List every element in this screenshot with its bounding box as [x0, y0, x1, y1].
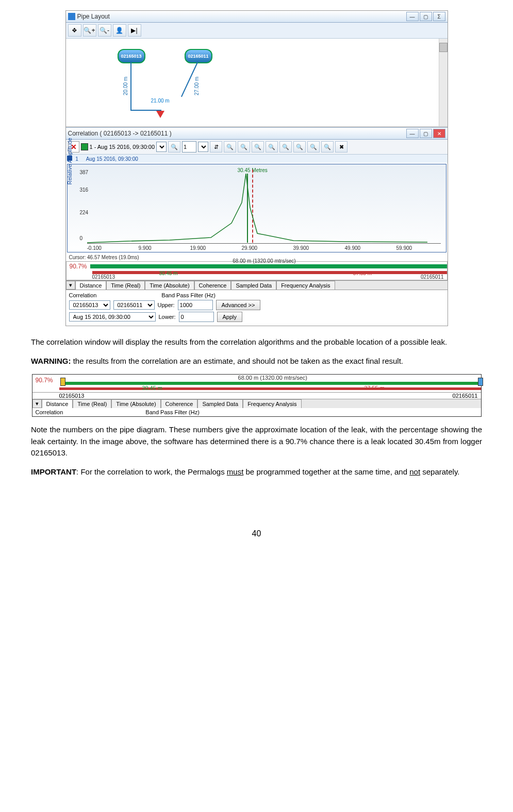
advanced-button[interactable]: Advanced >>: [216, 300, 261, 310]
tool-icon-5[interactable]: ▶|: [128, 24, 141, 37]
leak-marker-icon: [156, 111, 164, 118]
app-icon: [68, 13, 75, 20]
upper-input[interactable]: [178, 300, 213, 310]
len-b-label: 27.00 m: [194, 77, 200, 95]
paragraph-2: Note the numbers on the pipe diagram. Th…: [31, 424, 482, 459]
fig2-seg-a: 30.45 m: [142, 385, 162, 391]
seg-a: 30.45 m: [159, 270, 177, 276]
y-axis-label: Relative Amplitude: [67, 138, 73, 184]
fig2-length: 68.00 m (1320.00 mtrs/sec): [238, 375, 308, 381]
corr-min-button[interactable]: —: [406, 129, 419, 138]
close-button[interactable]: Σ: [433, 12, 445, 21]
count-dropdown[interactable]: [198, 142, 208, 152]
lower-input[interactable]: [179, 312, 214, 322]
tool-icon-1[interactable]: ❖: [68, 24, 81, 37]
waveform: [87, 172, 427, 244]
id-b: 02165011: [421, 274, 444, 280]
maximize-button[interactable]: ▢: [420, 12, 432, 21]
fig2-id-a: 02165013: [59, 393, 131, 399]
warning-paragraph: WARNING: the results from the correlatio…: [31, 356, 482, 367]
seg-b: 37.55 m: [353, 270, 372, 276]
paragraph-1: The correlation window will display the …: [31, 336, 482, 348]
xtick: 39.900: [293, 245, 309, 251]
series-count-input[interactable]: [182, 141, 196, 153]
vertical-scrollbar[interactable]: [439, 39, 448, 126]
tool-ico-b[interactable]: 🔍: [224, 141, 236, 153]
tool-ico-h[interactable]: 🔍: [307, 141, 320, 153]
tool-icon-3[interactable]: 🔍-: [98, 24, 111, 37]
xtick: 9.900: [139, 245, 152, 251]
pipe-canvas: 02165013 02165011 20.00 m 27.00 m 21.00 …: [66, 39, 448, 127]
series-label: 1 - Aug 15 2016, 09:30:00: [90, 144, 155, 150]
lower-label: Lower:: [159, 314, 176, 320]
tool-ico-g[interactable]: 🔍: [293, 141, 306, 153]
fig2-tab-dropdown-icon[interactable]: ▾: [32, 399, 42, 408]
series-color-swatch: [81, 143, 88, 150]
date-select[interactable]: Aug 15 2016, 09:30:00: [69, 312, 156, 322]
fig2-correlation-label: Correlation: [36, 409, 63, 415]
corr-close-button[interactable]: ✕: [433, 129, 445, 138]
tool-icon-4[interactable]: 👤: [113, 24, 126, 37]
filter-panel: Correlation Band Pass Filter (Hz) 021650…: [66, 290, 448, 326]
to-logger-select[interactable]: 02165011: [113, 300, 155, 310]
tool-ico-c[interactable]: 🔍: [238, 141, 250, 153]
fig2-seg-b: 37.55 m: [364, 385, 385, 391]
len-a-label: 20.00 m: [123, 77, 128, 95]
tab-dropdown-icon[interactable]: ▾: [66, 281, 75, 290]
correlation-toolbar: ✕ 1 - Aug 15 2016, 09:30:00 🔍 ⇵ 🔍 🔍 🔍 🔍 …: [66, 140, 448, 155]
magnify-icon[interactable]: 🔍: [168, 141, 180, 153]
fig2-bpf-label: Band Pass Filter (Hz): [145, 409, 200, 415]
minimize-button[interactable]: —: [406, 12, 419, 21]
fig2-tab-time-real[interactable]: Time (Real): [73, 399, 111, 408]
tab-coherence[interactable]: Coherence: [194, 281, 231, 290]
pipe-toolbar: ❖ 🔍+ 🔍- 👤 ▶|: [66, 23, 448, 39]
mid-label: 21.00 m: [151, 98, 170, 104]
upper-label: Upper:: [158, 302, 175, 308]
xtick: 19.900: [190, 245, 206, 251]
tool-ico-f[interactable]: 🔍: [279, 141, 292, 153]
fig2-id-b: 02165011: [453, 393, 481, 399]
fig2-tab-distance[interactable]: Distance: [42, 399, 73, 408]
titlebar-correlation: Correlation ( 02165013 -> 02165011 ) — ▢…: [66, 127, 448, 140]
pipe-length-label: 68.00 m (1320.00 mtrs/sec): [233, 258, 295, 264]
correlation-chart: Relative Amplitude 387 316 224 0 -0.100 …: [67, 164, 446, 252]
window-title: Pipe Layout: [77, 13, 110, 20]
bandpass-title: Band Pass Filter (Hz): [161, 292, 216, 298]
tab-time-real[interactable]: Time (Real): [106, 281, 145, 290]
important-label: IMPORTANT: [31, 467, 76, 476]
fig2-tab-time-abs[interactable]: Time (Absolute): [111, 399, 160, 408]
xtick: 59.900: [396, 245, 412, 251]
node-a[interactable]: 02165013: [118, 49, 145, 63]
xtick: 49.900: [345, 245, 361, 251]
pipe-diagram-figure: 90.7% 68.00 m (1320.00 mtrs/sec) 30.45 m…: [32, 374, 482, 417]
fig2-tab-sampled[interactable]: Sampled Data: [197, 399, 243, 408]
important-paragraph: IMPORTANT: For the correlation to work, …: [31, 466, 482, 478]
tab-distance[interactable]: Distance: [75, 281, 107, 290]
tool-icon-2[interactable]: 🔍+: [83, 24, 96, 37]
tool-ico-i[interactable]: 🔍: [321, 141, 334, 153]
series-dropdown[interactable]: [156, 142, 167, 152]
correlation-title: Correlation ( 02165013 -> 02165011 ): [68, 130, 172, 137]
chart-series-num: 1: [75, 156, 78, 162]
corr-max-button[interactable]: ▢: [420, 129, 432, 138]
tab-freq[interactable]: Frequency Analysis: [276, 281, 335, 290]
tab-sampled[interactable]: Sampled Data: [231, 281, 276, 290]
tab-time-abs[interactable]: Time (Absolute): [145, 281, 194, 290]
apply-button[interactable]: Apply: [217, 312, 243, 322]
pipe-diagram: 90.7% 68.00 m (1320.00 mtrs/sec) 30.45 m…: [66, 261, 448, 280]
from-logger-select[interactable]: 02165013: [69, 300, 110, 310]
xtick: -0.100: [87, 245, 102, 251]
pipe-layout-window: Pipe Layout — ▢ Σ ❖ 🔍+ 🔍- 👤 ▶| 02165013 …: [65, 10, 448, 326]
fig2-tab-coherence[interactable]: Coherence: [161, 399, 198, 408]
tool-ico-d[interactable]: 🔍: [252, 141, 264, 153]
chart-caption: Aug 15 2016, 09:30:00: [86, 156, 138, 162]
xtick: 29.900: [242, 245, 258, 251]
fig2-percent: 90.7%: [32, 376, 62, 385]
page-number: 40: [31, 529, 482, 538]
tool-ico-e[interactable]: 🔍: [266, 141, 278, 153]
fig2-tab-freq[interactable]: Frequency Analysis: [243, 399, 301, 408]
tool-ico-j[interactable]: ✖: [335, 141, 347, 153]
tool-ico-a[interactable]: ⇵: [210, 141, 222, 153]
fig2-tabs: ▾ Distance Time (Real) Time (Absolute) C…: [32, 399, 481, 408]
warning-text: the results from the correlation are an …: [71, 357, 404, 365]
